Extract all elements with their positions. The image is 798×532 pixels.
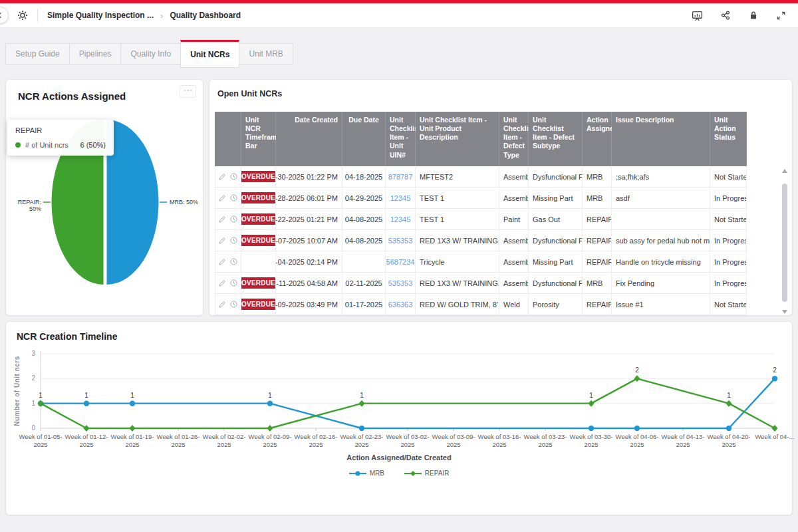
legend-item-repair[interactable]: REPAIR: [404, 469, 450, 477]
x-tick-label-year: 2025: [309, 441, 323, 448]
uin-link[interactable]: 5687234: [386, 251, 416, 273]
date-created-cell: 04-22-2025 01:21 PM: [276, 209, 342, 230]
history-icon[interactable]: [229, 172, 238, 181]
point-label: 1: [589, 392, 593, 399]
legend-label: REPAIR: [425, 469, 450, 477]
data-point-mrb: [634, 426, 640, 431]
lock-icon[interactable]: [748, 10, 759, 21]
x-tick-label: Week of 02-09-: [249, 433, 292, 440]
share-icon[interactable]: [720, 10, 731, 21]
due-date-cell: 04-29-2025: [342, 188, 386, 209]
row-actions-cell: [215, 230, 241, 251]
scroll-up-icon[interactable]: [782, 169, 787, 173]
pie-chart[interactable]: [6, 80, 204, 317]
x-tick-label-year: 2025: [492, 441, 506, 448]
product-cell: TEST 1: [416, 188, 499, 209]
row-actions-cell: [215, 166, 241, 188]
defect-type-cell: Assembly: [499, 251, 529, 273]
defect-type-cell: Weld: [499, 294, 529, 315]
uin-link[interactable]: 636363: [386, 294, 416, 315]
breadcrumb-page: Quality Dashboard: [170, 11, 241, 20]
table-row: OVERDUE04-30-2025 01:22 PM04-18-20258787…: [215, 166, 747, 188]
tab-setup-guide[interactable]: Setup Guide: [5, 43, 70, 65]
tooltip-title: REPAIR: [15, 126, 106, 134]
x-tick-label-year: 2025: [125, 441, 139, 448]
tab-quality-info[interactable]: Quality Info: [120, 43, 181, 65]
timeframe-cell: OVERDUE: [241, 209, 276, 230]
x-tick-label-year: 2025: [79, 441, 93, 448]
history-icon[interactable]: [229, 279, 238, 287]
action-assigned-cell: REPAIR: [583, 294, 612, 315]
x-tick-label-year: 2025: [446, 441, 460, 448]
legend-item-mrb[interactable]: MRB: [349, 469, 384, 477]
product-cell: RED W/ GOLD TRIM, 8' BED: [416, 294, 499, 315]
defect-subtype-cell: Missing Part: [529, 251, 583, 273]
data-point-repair: [267, 425, 273, 432]
x-tick-label: Week of 03-23-: [524, 433, 567, 440]
edit-icon[interactable]: [218, 172, 227, 181]
point-label: 1: [130, 392, 134, 399]
product-cell: MFTEST2: [416, 166, 499, 188]
uin-link[interactable]: 535353: [386, 230, 416, 251]
overdue-badge: OVERDUE: [241, 299, 276, 310]
x-tick-label-year: 2025: [538, 441, 552, 448]
edit-icon[interactable]: [218, 300, 227, 309]
uin-link[interactable]: 535353: [386, 273, 416, 294]
gear-icon[interactable]: [17, 10, 28, 21]
table-scrollbar[interactable]: [781, 168, 788, 315]
expand-icon[interactable]: [776, 11, 786, 21]
x-tick-label: Week of 04-20-: [708, 433, 751, 440]
product-cell: RED 1X3 W/ TRAINING, KIDS 3': [416, 230, 499, 251]
due-date-cell: [342, 251, 386, 273]
tab-unit-mrb[interactable]: Unit MRB: [239, 43, 293, 65]
uin-link[interactable]: 12345: [386, 209, 416, 230]
breadcrumb-app[interactable]: Simple Quality Inspection ...: [47, 11, 154, 20]
column-header: Unit Action Status: [710, 112, 747, 166]
scroll-down-icon[interactable]: [782, 310, 787, 314]
x-tick-label-year: 2025: [263, 441, 277, 448]
edit-icon[interactable]: [218, 194, 227, 202]
edit-icon[interactable]: [218, 236, 227, 245]
overdue-badge: OVERDUE: [241, 192, 276, 203]
history-icon[interactable]: [229, 300, 238, 309]
tab-bar: Setup GuidePipelinesQuality InfoUnit NCR…: [0, 40, 798, 65]
point-label: 1: [268, 392, 272, 399]
y-tick-label: 3: [31, 350, 35, 357]
defect-type-cell: Assembly: [499, 166, 529, 188]
legend-marker-icon: [349, 470, 366, 477]
tab-unit-ncrs[interactable]: Unit NCRs: [180, 40, 239, 68]
line-chart[interactable]: 0123Week of 01-05-2025Week of 01-12-2025…: [11, 347, 781, 451]
x-tick-label-year: 2025: [676, 441, 690, 448]
y-tick-label: 0: [31, 424, 35, 432]
row-actions-cell: [215, 294, 241, 315]
history-icon[interactable]: [229, 236, 238, 245]
history-icon[interactable]: [229, 215, 238, 223]
product-cell: Tricycle: [416, 251, 499, 273]
pie-slice-mrb[interactable]: [107, 120, 159, 285]
history-icon[interactable]: [229, 194, 238, 202]
action-assigned-cell: MRB: [583, 166, 612, 188]
tab-pipelines[interactable]: Pipelines: [69, 43, 122, 65]
status-cell: In Progress: [710, 251, 747, 273]
status-cell: In Progress: [710, 273, 747, 294]
uin-link[interactable]: 12345: [386, 188, 416, 209]
scrollbar-thumb[interactable]: [782, 184, 787, 302]
history-icon[interactable]: [229, 257, 238, 266]
edit-icon[interactable]: [218, 257, 227, 266]
product-cell: RED 1X3 W/ TRAINING, KIDS 3': [416, 273, 499, 294]
data-point-mrb: [84, 400, 89, 406]
x-tick-label-year: 2025: [171, 441, 185, 448]
edit-icon[interactable]: [218, 279, 227, 287]
display-icon[interactable]: [692, 10, 703, 21]
date-created-cell: 02-11-2025 04:58 AM: [276, 273, 342, 294]
date-created-cell: 01-09-2025 03:49 PM: [276, 294, 342, 315]
uin-link[interactable]: 878787: [386, 166, 416, 188]
data-point-repair: [771, 425, 777, 432]
issue-cell: ;sa;fhk;afs: [612, 166, 710, 188]
defect-subtype-cell: Dysfunctional Part: [529, 273, 583, 294]
edit-icon[interactable]: [218, 215, 227, 223]
back-button[interactable]: [0, 7, 9, 24]
timeframe-cell: OVERDUE: [241, 188, 276, 209]
x-tick-label: Week of 03-30-: [570, 433, 613, 440]
tooltip-series-label: # of Unit ncrs: [25, 141, 68, 149]
